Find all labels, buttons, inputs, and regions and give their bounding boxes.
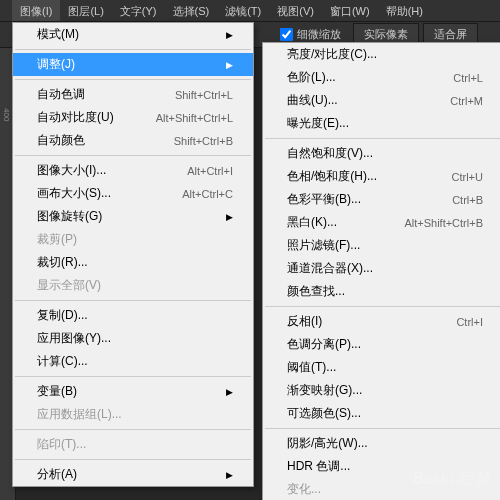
gradient-map-item[interactable]: 渐变映射(G)... [263, 379, 500, 402]
selective-color-item[interactable]: 可选颜色(S)... [263, 402, 500, 425]
variables-item[interactable]: 变量(B)▶ [13, 380, 253, 403]
separator [15, 300, 251, 301]
duplicate-item[interactable]: 复制(D)... [13, 304, 253, 327]
crop-item: 裁剪(P) [13, 228, 253, 251]
apply-image-item[interactable]: 应用图像(Y)... [13, 327, 253, 350]
menu-window[interactable]: 窗口(W) [322, 0, 378, 21]
invert-item[interactable]: 反相(I)Ctrl+I [263, 310, 500, 333]
menu-view[interactable]: 视图(V) [269, 0, 322, 21]
ruler-tick: 400 [2, 108, 11, 121]
separator [265, 306, 500, 307]
separator [265, 428, 500, 429]
chevron-right-icon: ▶ [226, 30, 233, 40]
chevron-right-icon: ▶ [226, 212, 233, 222]
exposure-item[interactable]: 曝光度(E)... [263, 112, 500, 135]
hue-saturation-item[interactable]: 色相/饱和度(H)...Ctrl+U [263, 165, 500, 188]
auto-contrast-item[interactable]: 自动对比度(U)Alt+Shift+Ctrl+L [13, 106, 253, 129]
calculations-item[interactable]: 计算(C)... [13, 350, 253, 373]
auto-tone-item[interactable]: 自动色调Shift+Ctrl+L [13, 83, 253, 106]
curves-item[interactable]: 曲线(U)...Ctrl+M [263, 89, 500, 112]
levels-item[interactable]: 色阶(L)...Ctrl+L [263, 66, 500, 89]
brightness-contrast-item[interactable]: 亮度/对比度(C)... [263, 43, 500, 66]
vibrance-item[interactable]: 自然饱和度(V)... [263, 142, 500, 165]
black-white-item[interactable]: 黑白(K)...Alt+Shift+Ctrl+B [263, 211, 500, 234]
channel-mixer-item[interactable]: 通道混合器(X)... [263, 257, 500, 280]
chevron-right-icon: ▶ [226, 387, 233, 397]
scrubby-zoom-checkbox[interactable] [280, 28, 293, 41]
posterize-item[interactable]: 色调分离(P)... [263, 333, 500, 356]
image-menu: 模式(M)▶ 调整(J)▶ 自动色调Shift+Ctrl+L 自动对比度(U)A… [12, 22, 254, 487]
menu-help[interactable]: 帮助(H) [378, 0, 431, 21]
apply-data-item: 应用数据组(L)... [13, 403, 253, 426]
menu-type[interactable]: 文字(Y) [112, 0, 165, 21]
separator [15, 429, 251, 430]
scrubby-zoom-label: 细微缩放 [297, 27, 341, 42]
menu-filter[interactable]: 滤镜(T) [217, 0, 269, 21]
photo-filter-item[interactable]: 照片滤镜(F)... [263, 234, 500, 257]
color-balance-item[interactable]: 色彩平衡(B)...Ctrl+B [263, 188, 500, 211]
image-rotation-item[interactable]: 图像旋转(G)▶ [13, 205, 253, 228]
shadows-highlights-item[interactable]: 阴影/高光(W)... [263, 432, 500, 455]
image-size-item[interactable]: 图像大小(I)...Alt+Ctrl+I [13, 159, 253, 182]
menu-image[interactable]: 图像(I) [12, 0, 60, 21]
adjustments-submenu: 亮度/对比度(C)... 色阶(L)...Ctrl+L 曲线(U)...Ctrl… [262, 42, 500, 500]
separator [15, 155, 251, 156]
separator [265, 138, 500, 139]
auto-color-item[interactable]: 自动颜色Shift+Ctrl+B [13, 129, 253, 152]
threshold-item[interactable]: 阈值(T)... [263, 356, 500, 379]
trim-item[interactable]: 裁切(R)... [13, 251, 253, 274]
trap-item: 陷印(T)... [13, 433, 253, 456]
chevron-right-icon: ▶ [226, 470, 233, 480]
menu-select[interactable]: 选择(S) [165, 0, 218, 21]
menubar: 图像(I) 图层(L) 文字(Y) 选择(S) 滤镜(T) 视图(V) 窗口(W… [0, 0, 500, 22]
separator [15, 79, 251, 80]
mode-item[interactable]: 模式(M)▶ [13, 23, 253, 46]
chevron-right-icon: ▶ [226, 60, 233, 70]
scrubby-zoom-check[interactable]: 细微缩放 [280, 27, 341, 42]
separator [15, 459, 251, 460]
color-lookup-item[interactable]: 颜色查找... [263, 280, 500, 303]
adjustments-item[interactable]: 调整(J)▶ [13, 53, 253, 76]
variations-item: 变化... [263, 478, 500, 500]
menu-layer[interactable]: 图层(L) [60, 0, 111, 21]
hdr-toning-item[interactable]: HDR 色调... [263, 455, 500, 478]
separator [15, 376, 251, 377]
canvas-size-item[interactable]: 画布大小(S)...Alt+Ctrl+C [13, 182, 253, 205]
reveal-all-item: 显示全部(V) [13, 274, 253, 297]
analysis-item[interactable]: 分析(A)▶ [13, 463, 253, 486]
separator [15, 49, 251, 50]
